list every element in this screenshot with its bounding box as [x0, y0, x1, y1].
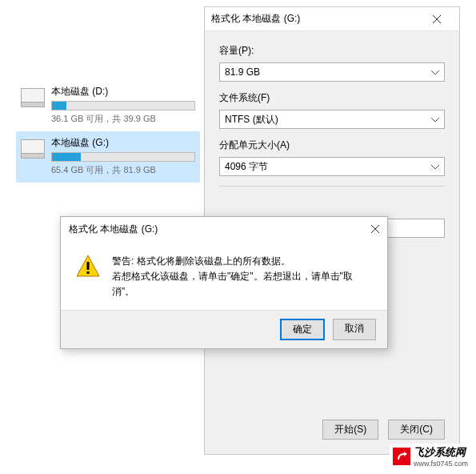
- filesystem-label: 文件系统(F): [219, 91, 445, 105]
- warning-icon: [75, 254, 101, 279]
- dialog-footer: 开始(S) 关闭(C): [219, 420, 445, 440]
- usage-bar: [51, 152, 195, 162]
- alloc-label: 分配单元大小(A): [219, 139, 445, 152]
- usage-bar: [51, 101, 195, 110]
- cancel-button[interactable]: 取消: [333, 319, 376, 340]
- drive-icon: [21, 139, 45, 159]
- close-button[interactable]: [421, 8, 453, 30]
- capacity-value: 81.9 GB: [225, 66, 260, 78]
- ok-button[interactable]: 确定: [280, 319, 325, 340]
- dialog-titlebar[interactable]: 格式化 本地磁盘 (G:): [205, 7, 459, 31]
- drive-item-g[interactable]: 本地磁盘 (G:) 65.4 GB 可用，共 81.9 GB: [16, 131, 200, 183]
- warning-title: 格式化 本地磁盘 (G:): [69, 223, 158, 236]
- usage-bar-fill: [52, 153, 81, 161]
- warning-titlebar[interactable]: 格式化 本地磁盘 (G:): [61, 217, 387, 241]
- close-button[interactable]: [371, 223, 379, 235]
- warning-dialog: 格式化 本地磁盘 (G:) 警告: 格式化将删除该磁盘上的所有数据。 若想格式化…: [60, 216, 388, 349]
- watermark: 飞沙系统网 www.fs0745.com: [390, 444, 471, 469]
- svg-rect-6: [87, 271, 90, 274]
- usage-bar-fill: [52, 102, 66, 110]
- drive-name: 本地磁盘 (G:): [51, 136, 195, 150]
- drive-caption: 65.4 GB 可用，共 81.9 GB: [51, 164, 195, 176]
- svg-rect-5: [87, 262, 90, 270]
- alloc-dropdown[interactable]: 4096 字节: [219, 157, 445, 176]
- watermark-logo-icon: [393, 448, 410, 465]
- filesystem-value: NTFS (默认): [225, 113, 278, 127]
- capacity-dropdown[interactable]: 81.9 GB: [219, 62, 445, 82]
- close-icon: [433, 15, 441, 23]
- drive-list: 本地磁盘 (D:) 36.1 GB 可用，共 39.9 GB 本地磁盘 (G:)…: [16, 80, 200, 183]
- close-icon: [371, 225, 379, 233]
- watermark-brand: 飞沙系统网: [414, 445, 468, 460]
- filesystem-dropdown[interactable]: NTFS (默认): [219, 110, 445, 129]
- drive-caption: 36.1 GB 可用，共 39.9 GB: [51, 113, 195, 125]
- chevron-down-icon: [431, 66, 439, 78]
- drive-icon: [21, 88, 45, 107]
- warning-body: 警告: 格式化将删除该磁盘上的所有数据。 若想格式化该磁盘，请单击"确定"。若想…: [61, 241, 387, 310]
- warning-line1: 警告: 格式化将删除该磁盘上的所有数据。: [112, 254, 373, 269]
- chevron-down-icon: [431, 161, 439, 172]
- start-button[interactable]: 开始(S): [322, 420, 378, 440]
- dialog-title: 格式化 本地磁盘 (G:): [211, 12, 300, 26]
- alloc-value: 4096 字节: [225, 160, 268, 174]
- chevron-down-icon: [431, 114, 439, 125]
- drive-item-d[interactable]: 本地磁盘 (D:) 36.1 GB 可用，共 39.9 GB: [16, 80, 200, 131]
- drive-name: 本地磁盘 (D:): [51, 85, 195, 98]
- warning-line2: 若想格式化该磁盘，请单击"确定"。若想退出，请单击"取消"。: [112, 269, 373, 299]
- separator: [219, 186, 445, 187]
- warning-footer: 确定 取消: [61, 310, 387, 348]
- close-dialog-button[interactable]: 关闭(C): [388, 420, 445, 440]
- warning-text: 警告: 格式化将删除该磁盘上的所有数据。 若想格式化该磁盘，请单击"确定"。若想…: [112, 254, 373, 300]
- watermark-url: www.fs0745.com: [414, 460, 468, 468]
- capacity-label: 容量(P):: [219, 44, 445, 58]
